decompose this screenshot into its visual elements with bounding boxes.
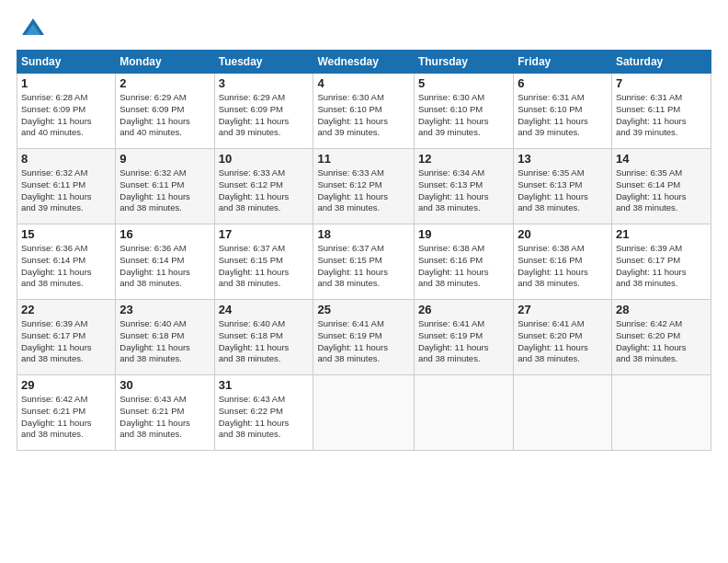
calendar-cell — [611, 375, 711, 451]
cell-info: Sunrise: 6:35 AM Sunset: 6:13 PM Dayligh… — [518, 167, 608, 214]
cell-info: Sunrise: 6:35 AM Sunset: 6:14 PM Dayligh… — [616, 167, 707, 214]
col-header-wednesday: Wednesday — [313, 51, 414, 74]
cell-info: Sunrise: 6:41 AM Sunset: 6:19 PM Dayligh… — [418, 318, 509, 365]
cell-info: Sunrise: 6:41 AM Sunset: 6:20 PM Dayligh… — [518, 318, 608, 365]
calendar-cell: 24Sunrise: 6:40 AM Sunset: 6:18 PM Dayli… — [214, 300, 313, 375]
calendar-cell: 29Sunrise: 6:42 AM Sunset: 6:21 PM Dayli… — [17, 375, 116, 451]
calendar-cell: 6Sunrise: 6:31 AM Sunset: 6:10 PM Daylig… — [514, 74, 612, 149]
day-number: 20 — [518, 227, 608, 241]
day-number: 12 — [418, 152, 509, 166]
cell-info: Sunrise: 6:33 AM Sunset: 6:12 PM Dayligh… — [219, 167, 310, 214]
calendar-week-row: 1Sunrise: 6:28 AM Sunset: 6:09 PM Daylig… — [17, 74, 711, 149]
col-header-friday: Friday — [514, 51, 612, 74]
calendar-cell: 27Sunrise: 6:41 AM Sunset: 6:20 PM Dayli… — [514, 300, 612, 375]
col-header-saturday: Saturday — [611, 51, 711, 74]
calendar-cell: 9Sunrise: 6:32 AM Sunset: 6:11 PM Daylig… — [116, 149, 214, 224]
cell-info: Sunrise: 6:36 AM Sunset: 6:14 PM Dayligh… — [119, 243, 210, 290]
day-number: 27 — [518, 303, 608, 316]
day-number: 11 — [317, 152, 409, 166]
calendar-cell: 17Sunrise: 6:37 AM Sunset: 6:15 PM Dayli… — [214, 224, 313, 300]
calendar-cell — [514, 375, 612, 451]
calendar-cell: 22Sunrise: 6:39 AM Sunset: 6:17 PM Dayli… — [17, 300, 116, 375]
day-number: 26 — [418, 303, 509, 316]
logo-icon — [20, 17, 46, 42]
logo — [17, 17, 46, 42]
cell-info: Sunrise: 6:42 AM Sunset: 6:20 PM Dayligh… — [616, 318, 707, 365]
col-header-sunday: Sunday — [17, 51, 116, 74]
cell-info: Sunrise: 6:29 AM Sunset: 6:09 PM Dayligh… — [119, 92, 210, 139]
calendar-cell: 5Sunrise: 6:30 AM Sunset: 6:10 PM Daylig… — [414, 74, 513, 149]
cell-info: Sunrise: 6:30 AM Sunset: 6:10 PM Dayligh… — [418, 92, 509, 139]
calendar-cell: 2Sunrise: 6:29 AM Sunset: 6:09 PM Daylig… — [116, 74, 214, 149]
cell-info: Sunrise: 6:38 AM Sunset: 6:16 PM Dayligh… — [418, 243, 509, 290]
cell-info: Sunrise: 6:37 AM Sunset: 6:15 PM Dayligh… — [317, 243, 409, 290]
cell-info: Sunrise: 6:43 AM Sunset: 6:22 PM Dayligh… — [219, 394, 310, 441]
day-number: 14 — [616, 152, 707, 166]
day-number: 3 — [219, 76, 310, 90]
day-number: 15 — [21, 227, 111, 241]
calendar-cell: 3Sunrise: 6:29 AM Sunset: 6:09 PM Daylig… — [214, 74, 313, 149]
calendar-cell: 26Sunrise: 6:41 AM Sunset: 6:19 PM Dayli… — [414, 300, 513, 375]
calendar-cell: 28Sunrise: 6:42 AM Sunset: 6:20 PM Dayli… — [611, 300, 711, 375]
day-number: 4 — [317, 76, 409, 90]
day-number: 16 — [119, 227, 210, 241]
cell-info: Sunrise: 6:42 AM Sunset: 6:21 PM Dayligh… — [21, 394, 111, 441]
calendar-cell: 11Sunrise: 6:33 AM Sunset: 6:12 PM Dayli… — [313, 149, 414, 224]
cell-info: Sunrise: 6:30 AM Sunset: 6:10 PM Dayligh… — [317, 92, 409, 139]
cell-info: Sunrise: 6:39 AM Sunset: 6:17 PM Dayligh… — [616, 243, 707, 290]
cell-info: Sunrise: 6:39 AM Sunset: 6:17 PM Dayligh… — [21, 318, 111, 365]
day-number: 23 — [119, 303, 210, 316]
cell-info: Sunrise: 6:33 AM Sunset: 6:12 PM Dayligh… — [317, 167, 409, 214]
cell-info: Sunrise: 6:31 AM Sunset: 6:10 PM Dayligh… — [518, 92, 608, 139]
calendar-cell: 25Sunrise: 6:41 AM Sunset: 6:19 PM Dayli… — [313, 300, 414, 375]
calendar-week-row: 22Sunrise: 6:39 AM Sunset: 6:17 PM Dayli… — [17, 300, 711, 375]
cell-info: Sunrise: 6:43 AM Sunset: 6:21 PM Dayligh… — [119, 394, 210, 441]
calendar-cell: 10Sunrise: 6:33 AM Sunset: 6:12 PM Dayli… — [214, 149, 313, 224]
calendar-cell: 30Sunrise: 6:43 AM Sunset: 6:21 PM Dayli… — [116, 375, 214, 451]
calendar-cell: 7Sunrise: 6:31 AM Sunset: 6:11 PM Daylig… — [611, 74, 711, 149]
cell-info: Sunrise: 6:32 AM Sunset: 6:11 PM Dayligh… — [21, 167, 111, 214]
calendar-cell: 23Sunrise: 6:40 AM Sunset: 6:18 PM Dayli… — [116, 300, 214, 375]
day-number: 29 — [21, 378, 111, 392]
calendar-week-row: 8Sunrise: 6:32 AM Sunset: 6:11 PM Daylig… — [17, 149, 711, 224]
calendar-week-row: 29Sunrise: 6:42 AM Sunset: 6:21 PM Dayli… — [17, 375, 711, 451]
cell-info: Sunrise: 6:28 AM Sunset: 6:09 PM Dayligh… — [21, 92, 111, 139]
day-number: 30 — [119, 378, 210, 392]
cell-info: Sunrise: 6:40 AM Sunset: 6:18 PM Dayligh… — [119, 318, 210, 365]
cell-info: Sunrise: 6:31 AM Sunset: 6:11 PM Dayligh… — [616, 92, 707, 139]
day-number: 18 — [317, 227, 409, 241]
cell-info: Sunrise: 6:41 AM Sunset: 6:19 PM Dayligh… — [317, 318, 409, 365]
calendar-cell: 1Sunrise: 6:28 AM Sunset: 6:09 PM Daylig… — [17, 74, 116, 149]
calendar-week-row: 15Sunrise: 6:36 AM Sunset: 6:14 PM Dayli… — [17, 224, 711, 300]
calendar-cell: 19Sunrise: 6:38 AM Sunset: 6:16 PM Dayli… — [414, 224, 513, 300]
calendar-cell: 14Sunrise: 6:35 AM Sunset: 6:14 PM Dayli… — [611, 149, 711, 224]
cell-info: Sunrise: 6:36 AM Sunset: 6:14 PM Dayligh… — [21, 243, 111, 290]
calendar-cell: 8Sunrise: 6:32 AM Sunset: 6:11 PM Daylig… — [17, 149, 116, 224]
day-number: 21 — [616, 227, 707, 241]
day-number: 28 — [616, 303, 707, 316]
day-number: 24 — [219, 303, 310, 316]
cell-info: Sunrise: 6:38 AM Sunset: 6:16 PM Dayligh… — [518, 243, 608, 290]
day-number: 25 — [317, 303, 409, 316]
cell-info: Sunrise: 6:29 AM Sunset: 6:09 PM Dayligh… — [219, 92, 310, 139]
calendar-cell: 15Sunrise: 6:36 AM Sunset: 6:14 PM Dayli… — [17, 224, 116, 300]
cell-info: Sunrise: 6:37 AM Sunset: 6:15 PM Dayligh… — [219, 243, 310, 290]
day-number: 2 — [119, 76, 210, 90]
day-number: 9 — [119, 152, 210, 166]
col-header-tuesday: Tuesday — [214, 51, 313, 74]
day-number: 7 — [616, 76, 707, 90]
col-header-thursday: Thursday — [414, 51, 513, 74]
day-number: 17 — [219, 227, 310, 241]
calendar-cell: 18Sunrise: 6:37 AM Sunset: 6:15 PM Dayli… — [313, 224, 414, 300]
calendar-header-row: SundayMondayTuesdayWednesdayThursdayFrid… — [17, 51, 711, 74]
day-number: 22 — [21, 303, 111, 316]
cell-info: Sunrise: 6:40 AM Sunset: 6:18 PM Dayligh… — [219, 318, 310, 365]
day-number: 10 — [219, 152, 310, 166]
day-number: 19 — [418, 227, 509, 241]
cell-info: Sunrise: 6:34 AM Sunset: 6:13 PM Dayligh… — [418, 167, 509, 214]
col-header-monday: Monday — [116, 51, 214, 74]
day-number: 1 — [21, 76, 111, 90]
calendar-cell: 16Sunrise: 6:36 AM Sunset: 6:14 PM Dayli… — [116, 224, 214, 300]
day-number: 13 — [518, 152, 608, 166]
calendar-cell: 31Sunrise: 6:43 AM Sunset: 6:22 PM Dayli… — [214, 375, 313, 451]
